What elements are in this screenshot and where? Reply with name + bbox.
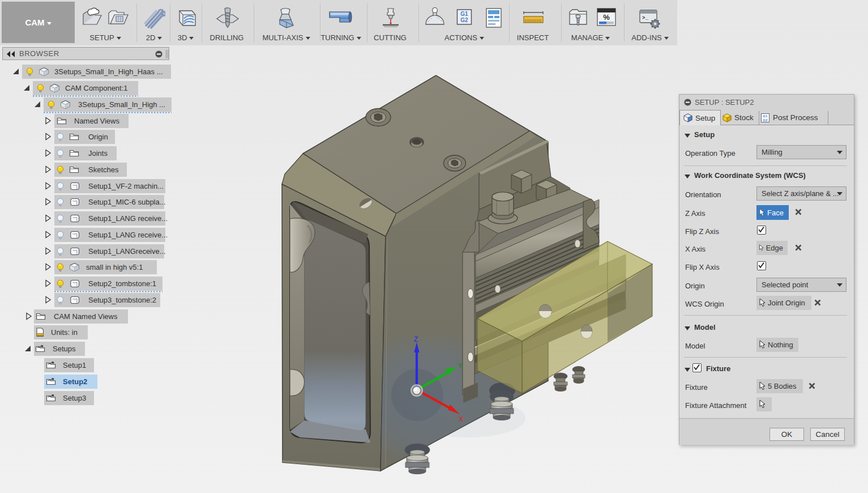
svg-text:Z: Z xyxy=(414,335,418,343)
svg-text:Setup1_VF-2 machin...: Setup1_VF-2 machin... xyxy=(88,182,164,190)
svg-text:X: X xyxy=(459,415,463,423)
svg-text:Setup1_LANG receive...: Setup1_LANG receive... xyxy=(88,214,168,223)
svg-text:Setup1_MIC-6 subpla...: Setup1_MIC-6 subpla... xyxy=(88,198,166,206)
svg-text:Units: in: Units: in xyxy=(51,328,78,337)
svg-text:Setup1: Setup1 xyxy=(63,361,86,369)
svg-text:CAM Component:1: CAM Component:1 xyxy=(65,84,128,92)
svg-text:Y: Y xyxy=(458,362,463,370)
svg-text:Setup3_tombstone:2: Setup3_tombstone:2 xyxy=(88,296,156,304)
svg-text:G2: G2 xyxy=(460,17,468,23)
svg-text:Named Views: Named Views xyxy=(74,117,119,125)
svg-text:CAM Named Views: CAM Named Views xyxy=(54,312,118,321)
svg-text:Setup1_LANGreceive...: Setup1_LANGreceive... xyxy=(88,247,166,256)
svg-text:G2: G2 xyxy=(763,118,768,122)
svg-text:3Setups_Small_In_High ...: 3Setups_Small_In_High ... xyxy=(78,100,165,109)
svg-text:%: % xyxy=(603,13,610,22)
svg-text:3Setups_Small_In_High_Haas ...: 3Setups_Small_In_High_Haas ... xyxy=(54,67,163,76)
svg-text:Sketches: Sketches xyxy=(88,165,119,174)
svg-text:Origin: Origin xyxy=(88,133,108,141)
svg-text:Setups: Setups xyxy=(53,345,76,353)
svg-text:>_: >_ xyxy=(642,15,648,21)
svg-text:G1: G1 xyxy=(460,11,468,17)
svg-text:Setup1_LANG receive...: Setup1_LANG receive... xyxy=(88,231,168,239)
svg-text:Setup2: Setup2 xyxy=(63,377,87,386)
svg-text:Setup3: Setup3 xyxy=(63,394,86,402)
svg-text:small in high v5:1: small in high v5:1 xyxy=(86,263,143,271)
svg-text:Joints: Joints xyxy=(88,149,108,158)
svg-text:G1: G1 xyxy=(763,114,768,118)
svg-text:Setup2_tombstone:1: Setup2_tombstone:1 xyxy=(88,279,156,288)
